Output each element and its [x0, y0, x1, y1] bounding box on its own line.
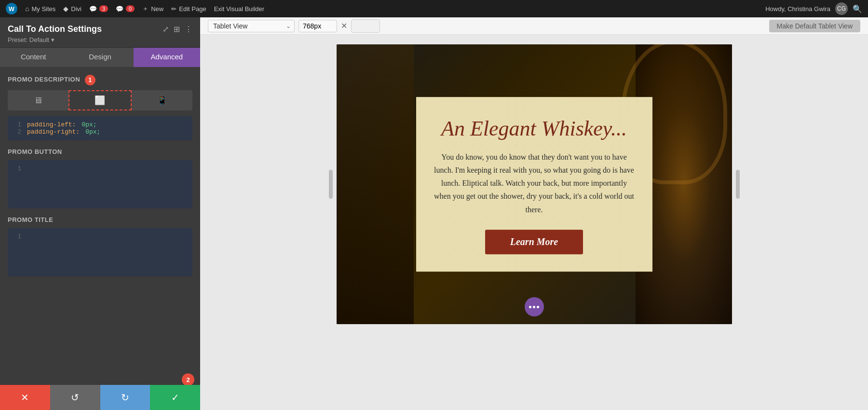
undo-button[interactable]: ↺	[50, 385, 100, 410]
desktop-device-btn[interactable]: 🖥	[8, 90, 68, 110]
save-button[interactable]: ✓	[150, 385, 200, 410]
badge-1: 1	[85, 75, 95, 85]
desktop-icon: 🖥	[34, 96, 42, 106]
left-panel: Call To Action Settings ⤢ ⊞ ⋮ Preset: De…	[0, 17, 200, 410]
color-preview-box[interactable]	[351, 19, 380, 33]
layout-icon[interactable]: ⊞	[174, 25, 180, 34]
panel-preset[interactable]: Preset: Default ▾	[8, 36, 192, 43]
canvas-scroll[interactable]: An Elegant Whiskey... You do know, you d…	[200, 35, 868, 410]
right-scroll-handle	[736, 170, 740, 199]
tab-content[interactable]: Content	[0, 48, 67, 67]
wp-admin-bar: W ⌂ My Sites ◆ Divi 💬 3 💬 0 ＋ New ✏ Edit…	[0, 0, 868, 17]
panel-header: Call To Action Settings ⤢ ⊞ ⋮ Preset: De…	[0, 17, 200, 48]
redo-icon: ↻	[121, 392, 129, 403]
page-preview: An Elegant Whiskey... You do know, you d…	[337, 44, 732, 324]
comments-icon: 💬	[89, 5, 97, 13]
px-input-wrapper: ✕	[298, 19, 380, 33]
bubble-icon: 💬	[116, 5, 123, 13]
cta-card: An Elegant Whiskey... You do know, you d…	[416, 97, 652, 272]
left-scroll-handle	[329, 170, 333, 199]
admin-bar-new[interactable]: ＋ New	[142, 4, 163, 13]
tablet-device-btn[interactable]: ⬜	[68, 90, 131, 110]
divi-icon: ◆	[63, 5, 68, 13]
glass-left-decoration	[337, 44, 414, 324]
panel-title-icons: ⤢ ⊞ ⋮	[163, 25, 192, 34]
cancel-button[interactable]: ✕	[0, 385, 50, 410]
promo-title-code-editor[interactable]: 1	[8, 228, 192, 276]
view-select-wrapper: Tablet View Desktop View Phone View ⌄	[208, 20, 295, 32]
promo-description-section: Promo Description 1 🖥 ⬜ 📱	[8, 75, 192, 140]
code-line-1: 1 padding-left: 0px;	[14, 121, 187, 128]
cta-learn-more-button[interactable]: Learn More	[485, 230, 583, 254]
tab-design[interactable]: Design	[67, 48, 133, 67]
main-layout: Call To Action Settings ⤢ ⊞ ⋮ Preset: De…	[0, 17, 868, 410]
home-icon: ⌂	[25, 5, 29, 13]
code-line-2: 2 padding-right: 0px;	[14, 128, 187, 136]
px-width-input[interactable]	[298, 20, 337, 32]
more-options-icon[interactable]: ⋮	[185, 25, 192, 34]
promo-description-code-editor[interactable]: 1 padding-left: 0px; 2 padding-right: 0p…	[8, 116, 192, 140]
canvas-toolbar: Tablet View Desktop View Phone View ⌄ ✕ …	[200, 17, 868, 35]
wp-logo-icon[interactable]: W	[6, 3, 17, 14]
dot-1	[529, 306, 531, 308]
chevron-down-icon: ▾	[51, 36, 54, 43]
undo-icon: ↺	[71, 392, 79, 403]
promo-button-label: Promo Button	[8, 148, 192, 155]
dot-3	[537, 306, 539, 308]
redo-button[interactable]: ↻	[100, 385, 150, 410]
admin-bar-comments2[interactable]: 💬 0	[116, 5, 135, 13]
panel-tabs: Content Design Advanced	[0, 48, 200, 67]
phone-device-btn[interactable]: 📱	[132, 90, 192, 110]
cta-body-text: You do know, you do know that they don't…	[434, 150, 635, 216]
promo-button-code-editor[interactable]: 1	[8, 160, 192, 208]
code-line-empty: 1	[14, 165, 187, 172]
clear-px-button[interactable]: ✕	[339, 21, 349, 30]
admin-bar-divi[interactable]: ◆ Divi	[63, 5, 81, 13]
admin-bar-exit-builder[interactable]: Exit Visual Builder	[214, 5, 265, 13]
promo-button-section: Promo Button 1	[8, 148, 192, 208]
promo-description-label: Promo Description 1	[8, 75, 192, 85]
plus-icon: ＋	[142, 4, 149, 13]
pencil-icon: ✏	[171, 5, 176, 13]
three-dots-button[interactable]	[525, 297, 544, 316]
panel-title: Call To Action Settings	[8, 24, 102, 34]
admin-bar-edit-page[interactable]: ✏ Edit Page	[171, 5, 206, 13]
panel-content: Promo Description 1 🖥 ⬜ 📱	[0, 67, 200, 385]
search-icon[interactable]: 🔍	[853, 4, 862, 14]
device-switcher: 🖥 ⬜ 📱	[8, 90, 192, 110]
cta-title: An Elegant Whiskey...	[434, 116, 635, 142]
cancel-icon: ✕	[21, 392, 29, 403]
admin-bar-mysites[interactable]: ⌂ My Sites	[25, 5, 55, 13]
user-avatar[interactable]: CG	[835, 2, 848, 15]
howdy-text: Howdy, Christina Gwira	[765, 5, 830, 13]
view-select[interactable]: Tablet View Desktop View Phone View	[208, 20, 295, 32]
panel-bottom-buttons: ✕ ↺ ↻ ✓	[0, 385, 200, 410]
code-line-empty2: 1	[14, 233, 187, 240]
badge-2: 2	[182, 373, 194, 386]
dot-2	[533, 306, 535, 308]
admin-bar-right: Howdy, Christina Gwira CG 🔍	[765, 2, 862, 15]
canvas-area: Tablet View Desktop View Phone View ⌄ ✕ …	[200, 17, 868, 410]
tab-advanced[interactable]: Advanced	[134, 48, 200, 67]
make-default-button[interactable]: Make Default Tablet View	[769, 20, 860, 32]
save-icon: ✓	[171, 392, 179, 403]
admin-bar-comments[interactable]: 💬 3	[89, 5, 108, 13]
promo-title-section: Promo Title 1	[8, 216, 192, 276]
tablet-icon: ⬜	[95, 95, 105, 106]
fullscreen-icon[interactable]: ⤢	[163, 25, 169, 34]
phone-icon: 📱	[157, 95, 167, 106]
promo-title-label: Promo Title	[8, 216, 192, 223]
page-preview-wrapper: An Elegant Whiskey... You do know, you d…	[337, 44, 732, 324]
